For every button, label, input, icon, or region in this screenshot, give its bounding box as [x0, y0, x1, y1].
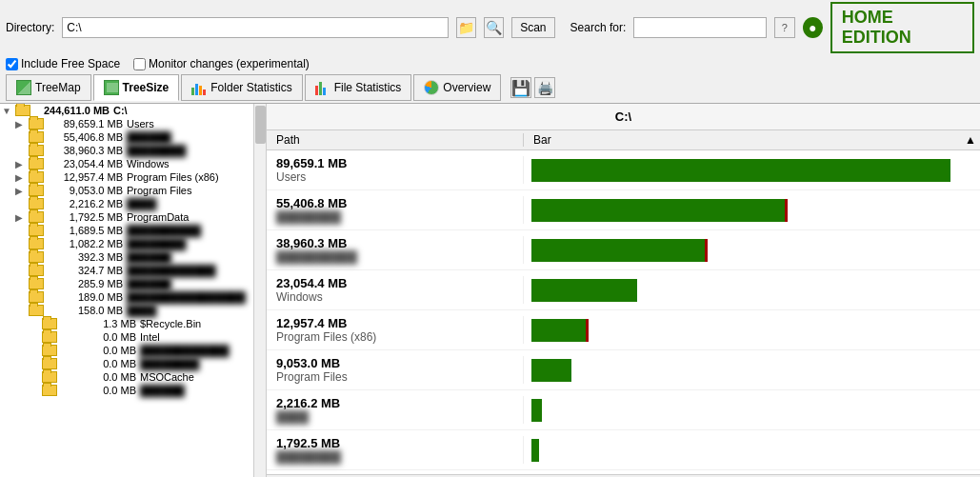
- sidebar-scroll[interactable]: ▼ 244,611.0 MB C:\ ▶ 89,659.1 MB Users 5…: [0, 104, 266, 477]
- search-help-button[interactable]: ?: [774, 17, 794, 38]
- folder-icon: [29, 145, 44, 156]
- cell-size: 1,792.5 MB: [276, 436, 523, 450]
- bar-fill: [531, 319, 589, 342]
- browse-folder-button[interactable]: 📁: [456, 17, 476, 38]
- tree-item[interactable]: 0.0 MB ████████: [0, 357, 266, 370]
- cell-bar: [524, 278, 980, 303]
- item-size: 1,082.2 MB: [47, 238, 123, 249]
- tree-item[interactable]: 285.9 MB ██████: [0, 277, 266, 290]
- folder-stats-label: Folder Statistics: [210, 81, 291, 94]
- tree-item[interactable]: ▶ 9,053.0 MB Program Files: [0, 184, 266, 197]
- tree-item[interactable]: 1.3 MB $Recycle.Bin: [0, 317, 266, 330]
- tab-treesize[interactable]: TreeSize: [93, 74, 180, 101]
- tree-item[interactable]: ▶ 89,659.1 MB Users: [0, 117, 266, 130]
- folder-stats-icon: [191, 80, 207, 95]
- scan-button[interactable]: Scan: [511, 17, 554, 38]
- tree-item[interactable]: 392.3 MB ██████: [0, 250, 266, 264]
- table-row[interactable]: 38,960.3 MB ██████████: [267, 230, 980, 270]
- tree-item[interactable]: 0.0 MB MSOCache: [0, 370, 266, 384]
- cell-path: 1,792.5 MB ████████: [267, 436, 524, 464]
- tree-item[interactable]: 2,216.2 MB ████: [0, 197, 266, 210]
- root-size: 244,611.0 MB: [33, 105, 110, 116]
- bar-container: [531, 358, 972, 383]
- tree-item[interactable]: 0.0 MB ████████████: [0, 344, 266, 357]
- tree-item[interactable]: 158.0 MB ████: [0, 304, 266, 317]
- item-size: 38,960.3 MB: [47, 145, 123, 156]
- monitor-changes-input[interactable]: [133, 58, 146, 70]
- search-label: Search for:: [570, 21, 627, 34]
- treesize-label: TreeSize: [123, 81, 170, 94]
- tree-item[interactable]: 0.0 MB ██████: [0, 384, 266, 397]
- table-row[interactable]: 9,053.0 MB Program Files: [267, 350, 980, 390]
- tab-file-statistics[interactable]: File Statistics: [305, 74, 412, 101]
- cell-size: 38,960.3 MB: [276, 236, 523, 250]
- tree-item[interactable]: 1,689.5 MB ██████████: [0, 224, 266, 237]
- table-row[interactable]: 23,054.4 MB Windows: [267, 270, 980, 310]
- search-input[interactable]: [633, 17, 767, 38]
- folder-icon: [29, 238, 44, 249]
- col-path-header[interactable]: Path: [267, 133, 524, 147]
- cell-size: 2,216.2 MB: [276, 396, 523, 410]
- print-button[interactable]: 🖨️: [534, 77, 555, 98]
- treesize-icon: [104, 80, 119, 95]
- table-row[interactable]: 89,659.1 MB Users: [267, 150, 980, 190]
- include-free-space-checkbox[interactable]: Include Free Space: [6, 57, 120, 70]
- tree-item[interactable]: 55,406.8 MB ██████: [0, 130, 266, 144]
- sort-arrow-icon: ▲: [965, 133, 976, 147]
- sidebar-scrollbar[interactable]: [253, 104, 266, 477]
- folder-icon: [29, 305, 44, 316]
- open-button[interactable]: 🔍: [484, 17, 504, 38]
- tree-item[interactable]: 1,082.2 MB ████████: [0, 237, 266, 250]
- item-name: ██████: [127, 131, 171, 143]
- cell-path: 12,957.4 MB Program Files (x86): [267, 316, 524, 344]
- item-size: 23,054.4 MB: [47, 158, 123, 169]
- path-col-label: Path: [276, 133, 300, 147]
- cell-name: ██████████: [276, 250, 523, 264]
- cell-size: 23,054.4 MB: [276, 276, 523, 290]
- table-row[interactable]: 55,406.8 MB ████████: [267, 190, 980, 230]
- tab-overview[interactable]: Overview: [413, 74, 501, 101]
- tree-root[interactable]: ▼ 244,611.0 MB C:\: [0, 104, 266, 117]
- tab-folder-statistics[interactable]: Folder Statistics: [181, 74, 302, 101]
- table-row[interactable]: 12,957.4 MB Program Files (x86): [267, 310, 980, 350]
- item-name: Users: [127, 118, 154, 129]
- save-icons: 💾 🖨️: [510, 77, 555, 98]
- tree-item[interactable]: 38,960.3 MB ████████: [0, 144, 266, 157]
- tree-item[interactable]: 324.7 MB ████████████: [0, 264, 266, 277]
- arrow: ▶: [15, 159, 29, 169]
- search-go-button[interactable]: ●: [803, 17, 823, 38]
- item-name: ████████████: [127, 265, 216, 276]
- table-body[interactable]: 89,659.1 MB Users 55,406.8 MB ████████: [267, 150, 980, 474]
- tree-item[interactable]: 0.0 MB Intel: [0, 330, 266, 344]
- folder-icon: [29, 265, 44, 276]
- cell-path: 55,406.8 MB ████████: [267, 196, 524, 224]
- item-size: 0.0 MB: [60, 345, 136, 356]
- scrollbar-thumb[interactable]: [255, 106, 266, 144]
- root-name: C:\: [113, 105, 128, 116]
- arrow: ▶: [15, 212, 29, 223]
- item-name: Intel: [140, 331, 160, 343]
- table-row[interactable]: 2,216.2 MB ████: [267, 390, 980, 430]
- cell-path: 38,960.3 MB ██████████: [267, 236, 524, 264]
- monitor-changes-checkbox[interactable]: Monitor changes (experimental): [133, 57, 310, 70]
- col-bar-header[interactable]: Bar ▲: [524, 133, 980, 147]
- item-size: 189.0 MB: [47, 291, 123, 303]
- item-size: 9,053.0 MB: [47, 185, 123, 196]
- tab-treemap[interactable]: TreeMap: [6, 74, 91, 101]
- directory-input[interactable]: [62, 17, 448, 38]
- include-free-space-input[interactable]: [6, 58, 18, 70]
- cell-bar: [524, 438, 980, 463]
- tree-item[interactable]: ▶ 12,957.4 MB Program Files (x86): [0, 170, 266, 184]
- root-arrow: ▼: [2, 106, 15, 116]
- home-edition-label: HOME EDITION: [830, 2, 974, 53]
- cell-name: Windows: [276, 290, 523, 304]
- cell-name: Program Files (x86): [276, 330, 523, 344]
- tree-item[interactable]: ▶ 23,054.4 MB Windows: [0, 157, 266, 170]
- table-row[interactable]: 1,792.5 MB ████████: [267, 430, 980, 470]
- bar-fill: [531, 239, 708, 262]
- item-name: ████████████████: [127, 291, 246, 303]
- tree-item[interactable]: 189.0 MB ████████████████: [0, 290, 266, 304]
- tree-item[interactable]: ▶ 1,792.5 MB ProgramData: [0, 210, 266, 224]
- item-name: ProgramData: [127, 211, 189, 223]
- save-button[interactable]: 💾: [510, 77, 531, 98]
